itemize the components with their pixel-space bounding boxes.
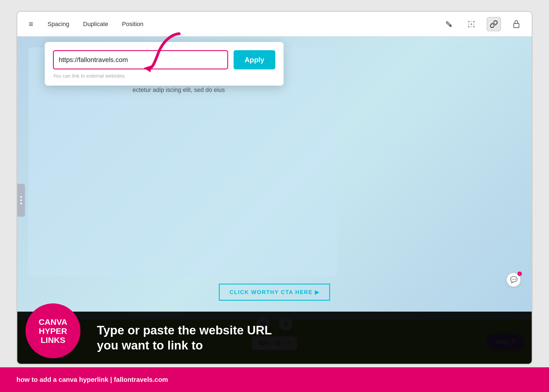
- overlay-main-text: Type or paste the website URL you want t…: [97, 323, 272, 353]
- position-button[interactable]: Position: [119, 19, 146, 29]
- grid-icon-box[interactable]: [464, 17, 478, 31]
- toolbar: ≡ Spacing Duplicate Position: [17, 12, 532, 36]
- sidebar-dots: [20, 196, 22, 204]
- svg-rect-1: [471, 21, 472, 22]
- svg-rect-9: [514, 23, 519, 27]
- lock-icon-box[interactable]: [509, 17, 523, 31]
- list-icon-symbol: ≡: [29, 20, 33, 29]
- overlay-text-line1: Type or paste the website URL: [97, 323, 272, 338]
- footer-text: how to add a canva hyperlink | fallontra…: [16, 376, 168, 383]
- url-input[interactable]: [53, 50, 228, 69]
- link-icon-box[interactable]: [487, 17, 501, 31]
- svg-rect-3: [468, 23, 469, 25]
- paint-icon-box[interactable]: [442, 17, 456, 31]
- link-hint: You can link to external websites.: [53, 73, 275, 79]
- canvas-lorem-line2: ectetur adip iscing elit, sed do eius: [133, 86, 477, 94]
- svg-rect-0: [468, 21, 469, 22]
- svg-rect-8: [473, 26, 475, 27]
- svg-rect-2: [473, 21, 475, 22]
- cta-button[interactable]: CLICK WORTHY CTA HERE ▶: [219, 284, 330, 301]
- chat-symbol: 💬: [510, 276, 517, 283]
- svg-rect-4: [471, 23, 472, 25]
- svg-rect-7: [471, 26, 472, 27]
- apply-button[interactable]: Apply: [234, 50, 275, 69]
- dot2: [20, 199, 22, 201]
- svg-rect-5: [473, 23, 475, 25]
- chat-icon-container[interactable]: 💬 +: [506, 273, 521, 287]
- chat-badge: +: [517, 272, 522, 276]
- spacing-button[interactable]: Spacing: [45, 19, 72, 29]
- cta-button-area: CLICK WORTHY CTA HERE ▶: [219, 284, 330, 301]
- svg-rect-6: [468, 26, 469, 27]
- outer-frame: product page, etc... Lorem ip sum dolor …: [16, 11, 533, 365]
- link-popup: Apply You can link to external websites.: [45, 42, 284, 86]
- badge-line3: LINKS: [41, 335, 65, 345]
- footer: how to add a canva hyperlink | fallontra…: [0, 367, 549, 392]
- duplicate-button[interactable]: Duplicate: [80, 19, 111, 29]
- chat-icon[interactable]: 💬 +: [506, 273, 521, 287]
- left-sidebar-handle[interactable]: [17, 184, 25, 217]
- pink-badge: CANVA HYPER LINKS: [26, 303, 80, 358]
- link-popup-row: Apply: [53, 50, 275, 69]
- list-icon[interactable]: ≡: [26, 19, 37, 30]
- overlay-banner: CANVA HYPER LINKS Type or paste the webs…: [17, 312, 532, 364]
- dot3: [20, 203, 22, 204]
- dot1: [20, 196, 22, 198]
- badge-line1: CANVA: [39, 317, 67, 326]
- overlay-text-line2: you want to link to: [97, 338, 272, 353]
- badge-line2: HYPER: [39, 326, 67, 335]
